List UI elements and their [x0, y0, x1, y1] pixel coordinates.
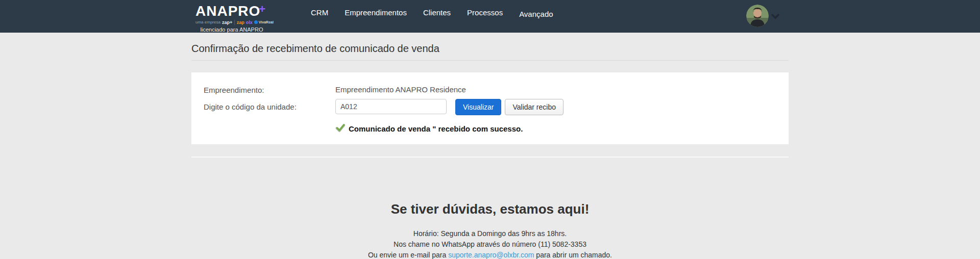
- brand-plus-icon: +: [259, 3, 266, 15]
- page-content: Confirmação de recebimento de comunicado…: [0, 33, 980, 259]
- anapro-logo[interactable]: ANAPRO+ uma empresa zap+ | zap olx VivaR…: [195, 2, 268, 33]
- page-title: Confirmação de recebimento de comunicado…: [191, 33, 789, 55]
- support-whatsapp: Nos chame no WhatsApp através do número …: [191, 239, 789, 250]
- support-email-link[interactable]: suporte.anapro@olxbr.com: [448, 251, 534, 259]
- olx-logo: olx: [246, 20, 253, 25]
- user-menu[interactable]: [746, 5, 779, 27]
- support-hours: Horário: Segunda a Domingo das 9hrs as 1…: [191, 228, 789, 239]
- vivareal-dot-icon: [254, 20, 258, 24]
- check-icon: [335, 123, 345, 134]
- nav-item-empreendimentos[interactable]: Empreendimentos: [336, 8, 415, 18]
- nav-item-processos[interactable]: Processos: [459, 8, 511, 18]
- success-message-row: Comunicado de venda " recebido com suces…: [335, 123, 776, 134]
- tagline-divider: |: [234, 19, 235, 25]
- support-heading: Se tiver dúvidas, estamos aqui!: [191, 201, 789, 217]
- main-nav: CRM Empreendimentos Clientes Processos A…: [303, 8, 561, 18]
- brand-name: ANAPRO+: [195, 2, 268, 19]
- nav-item-clientes[interactable]: Clientes: [415, 8, 459, 18]
- vivareal-logo: VivaReal: [254, 20, 274, 24]
- zapplus-logo: zap+: [222, 20, 232, 25]
- title-divider: [191, 60, 789, 61]
- zap-logo: zap: [237, 20, 244, 25]
- validar-recibo-button[interactable]: Validar recibo: [505, 99, 564, 115]
- confirmation-panel: Empreendimento: Empreendimento ANAPRO Re…: [191, 72, 789, 144]
- support-email-line: Ou envie um e-mail para suporte.anapro@o…: [191, 250, 789, 259]
- empreendimento-value: Empreendimento ANAPRO Residence: [335, 85, 466, 94]
- licensed-text: licenciado para ANAPRO: [195, 27, 268, 33]
- unit-code-row: Digite o código da unidade: Visualizar V…: [204, 99, 776, 115]
- empreendimento-label: Empreendimento:: [204, 85, 335, 94]
- empreendimento-row: Empreendimento: Empreendimento ANAPRO Re…: [204, 85, 776, 94]
- brand-tagline: uma empresa zap+ | zap olx VivaReal: [195, 19, 268, 25]
- avatar[interactable]: [746, 5, 769, 27]
- nav-item-crm[interactable]: CRM: [303, 8, 336, 18]
- unit-code-label: Digite o código da unidade:: [204, 99, 335, 111]
- success-message: Comunicado de venda " recebido com suces…: [349, 124, 523, 133]
- support-footer: Se tiver dúvidas, estamos aqui! Horário:…: [191, 158, 789, 259]
- chevron-down-icon[interactable]: [771, 12, 779, 21]
- unit-code-input[interactable]: [335, 99, 447, 114]
- top-navbar: ANAPRO+ uma empresa zap+ | zap olx VivaR…: [0, 0, 980, 33]
- visualizar-button[interactable]: Visualizar: [455, 99, 501, 115]
- tagline-prefix: uma empresa: [195, 20, 220, 24]
- nav-item-avancado[interactable]: Avançado: [511, 8, 561, 18]
